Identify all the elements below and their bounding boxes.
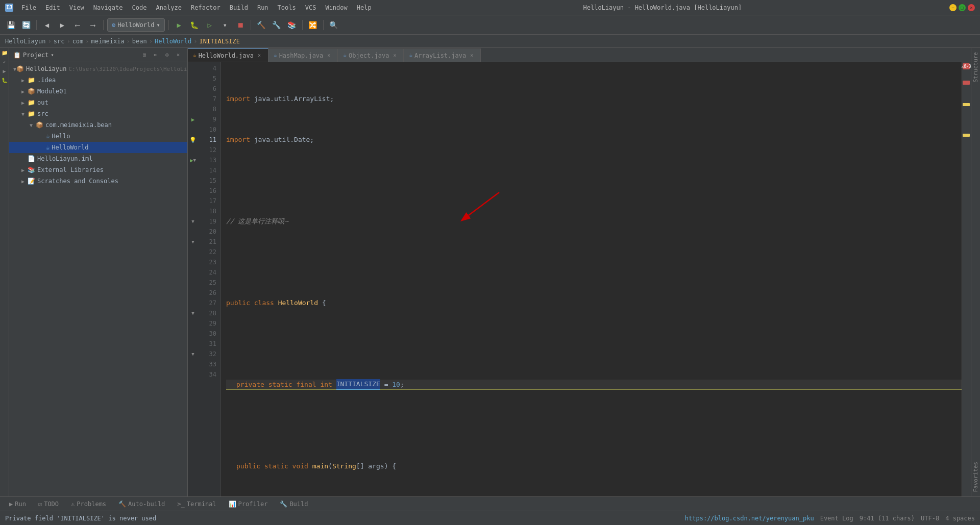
bottom-tab-build[interactable]: 🔧 Build xyxy=(275,498,313,510)
gutter-23 xyxy=(188,257,198,267)
stop-button[interactable]: ⏹ xyxy=(234,18,247,32)
gutter-fold-28[interactable]: ▼ xyxy=(188,308,198,318)
undo-button[interactable]: ◀ xyxy=(40,18,54,32)
project-tool-icon[interactable]: 📁 xyxy=(1,50,9,58)
gutter-fold-32[interactable]: ▼ xyxy=(188,349,198,359)
menu-analyze[interactable]: Analyze xyxy=(152,3,186,12)
tab-hashmap-close[interactable]: × xyxy=(325,52,332,59)
tree-item-module01[interactable]: ▶ 📦 Module01 xyxy=(9,86,187,97)
close-button[interactable]: × xyxy=(968,4,975,11)
fold-icon-32[interactable]: ▼ xyxy=(191,352,194,357)
tree-root[interactable]: ▼ 📦 HelloLiayun C:\Users\32120\IdeaProje… xyxy=(9,63,187,74)
bottom-tab-profiler[interactable]: 📊 Profiler xyxy=(224,498,273,510)
tab-hashmap[interactable]: ☕ HashMap.java × xyxy=(268,48,338,62)
import-path-5: java.util.Date; xyxy=(254,135,314,145)
fold-icon-28[interactable]: ▼ xyxy=(191,311,194,316)
tree-item-helloworld[interactable]: ▶ ☕ HelloWorld xyxy=(9,142,187,153)
bc-com[interactable]: com xyxy=(72,38,84,45)
project-dropdown-icon[interactable]: ▾ xyxy=(51,52,54,58)
gutter-fold-21[interactable]: ▼ xyxy=(188,237,198,247)
run-button[interactable]: ▶ xyxy=(173,18,186,32)
status-url[interactable]: https://blog.csdn.net/yerenyuan_pku xyxy=(685,515,814,522)
minimize-button[interactable]: − xyxy=(949,4,957,11)
bc-src[interactable]: src xyxy=(54,38,65,45)
code-content[interactable]: import java.util.ArrayList; import java.… xyxy=(221,62,962,496)
menu-code[interactable]: Code xyxy=(128,3,151,12)
scope-button[interactable]: ⊞ xyxy=(139,50,150,60)
redo-button[interactable]: ▶ xyxy=(56,18,69,32)
commit-tool-icon[interactable]: ✓ xyxy=(1,59,9,67)
bc-member[interactable]: INITIALSIZE xyxy=(199,38,239,45)
tree-item-extlibs[interactable]: ▶ 📚 External Libraries xyxy=(9,164,187,176)
gutter-run-9[interactable]: ▶ xyxy=(188,114,198,124)
tab-arraylist[interactable]: ☕ ArrayList.java × xyxy=(404,48,481,62)
debug-button[interactable]: 🐛 xyxy=(188,18,201,32)
structure-label[interactable]: Structure xyxy=(970,50,980,85)
run-line-icon-13[interactable]: ▶ xyxy=(190,157,193,164)
tab-object[interactable]: ☕ Object.java × xyxy=(338,48,404,62)
bc-class[interactable]: HelloWorld xyxy=(155,38,191,45)
close-panel-button[interactable]: × xyxy=(173,50,183,60)
menu-view[interactable]: View xyxy=(65,3,88,12)
menu-edit[interactable]: Edit xyxy=(41,3,64,12)
tree-item-scratches[interactable]: ▶ 📝 Scratches and Consoles xyxy=(9,176,187,187)
menu-help[interactable]: Help xyxy=(353,3,376,12)
settings-button[interactable]: 🔧 xyxy=(270,18,283,32)
bottom-tab-terminal[interactable]: >_ Terminal xyxy=(172,498,221,510)
menu-vcs[interactable]: VCS xyxy=(301,3,321,12)
fold-icon-21[interactable]: ▼ xyxy=(191,239,194,244)
tree-item-hello[interactable]: ▶ ☕ Hello xyxy=(9,131,187,142)
helloworld-class-icon: ☕ xyxy=(46,144,50,151)
run-line-icon-9[interactable]: ▶ xyxy=(191,116,195,123)
tab-helloworld[interactable]: ☕ HelloWorld.java × xyxy=(188,48,268,62)
fold-icon-13[interactable]: ▼ xyxy=(193,158,196,163)
collapse-all-button[interactable]: ⇤ xyxy=(151,50,161,60)
tab-arraylist-close[interactable]: × xyxy=(468,52,475,59)
bottom-tab-todo[interactable]: ☑ TODO xyxy=(33,498,64,510)
menu-file[interactable]: File xyxy=(17,3,40,12)
gutter-icons: ▶ 💡 ▶ ▼ ▼ ▼ xyxy=(188,62,198,496)
run-config-dropdown[interactable]: ⚙ HelloWorld ▾ xyxy=(107,18,165,32)
tree-item-src[interactable]: ▼ 📁 src xyxy=(9,108,187,119)
gutter-fold-19[interactable]: ▼ xyxy=(188,216,198,227)
bc-project[interactable]: HelloLiayun xyxy=(5,38,45,45)
tree-item-package[interactable]: ▼ 📦 com.meimeixia.bean xyxy=(9,119,187,131)
search-button[interactable]: 🔍 xyxy=(327,18,340,32)
gutter-run-13[interactable]: ▶ ▼ xyxy=(188,155,198,165)
bc-meimeixia[interactable]: meimeixia xyxy=(91,38,125,45)
event-log-label[interactable]: Event Log xyxy=(820,515,853,522)
settings-panel-button[interactable]: ⚙ xyxy=(162,50,172,60)
bottom-tab-auto-build[interactable]: 🔨 Auto-build xyxy=(113,498,170,510)
menu-run[interactable]: Run xyxy=(253,3,273,12)
vcs-button[interactable]: 🔀 xyxy=(306,18,320,32)
favorites-label[interactable]: Favorites xyxy=(970,460,980,494)
tree-item-iml[interactable]: ▶ 📄 HelloLiayun.iml xyxy=(9,153,187,164)
tree-item-idea[interactable]: ▶ 📁 .idea xyxy=(9,74,187,86)
debug-tool-icon[interactable]: 🐛 xyxy=(1,78,9,86)
build-button[interactable]: 🔨 xyxy=(255,18,268,32)
menu-tools[interactable]: Tools xyxy=(274,3,300,12)
run-coverage-button[interactable]: ▷ xyxy=(203,18,216,32)
menu-build[interactable]: Build xyxy=(226,3,252,12)
tab-helloworld-close[interactable]: × xyxy=(256,52,263,59)
run-tool-icon[interactable]: ▶ xyxy=(1,68,9,77)
more-run-button[interactable]: ▾ xyxy=(218,18,232,32)
sdk-button[interactable]: 📚 xyxy=(285,18,299,32)
sync-button[interactable]: 🔄 xyxy=(19,18,33,32)
code-editor[interactable]: ▶ 💡 ▶ ▼ ▼ ▼ xyxy=(188,62,971,496)
tab-object-close[interactable]: × xyxy=(391,52,398,59)
maximize-button[interactable]: □ xyxy=(959,4,966,11)
bc-bean[interactable]: bean xyxy=(132,38,147,45)
forward-button[interactable]: ⟶ xyxy=(86,18,100,32)
bottom-tab-problems[interactable]: ⚠ Problems xyxy=(66,498,111,510)
bottom-tab-run[interactable]: ▶ Run xyxy=(4,498,31,510)
gutter-15 xyxy=(188,176,198,186)
gutter-18 xyxy=(188,206,198,216)
menu-refactor[interactable]: Refactor xyxy=(187,3,225,12)
back-button[interactable]: ⟵ xyxy=(71,18,84,32)
fold-icon-19[interactable]: ▼ xyxy=(191,219,194,224)
tree-item-out[interactable]: ▶ 📁 out xyxy=(9,97,187,108)
save-all-button[interactable]: 💾 xyxy=(4,18,17,32)
menu-navigate[interactable]: Navigate xyxy=(89,3,127,12)
menu-window[interactable]: Window xyxy=(321,3,351,12)
